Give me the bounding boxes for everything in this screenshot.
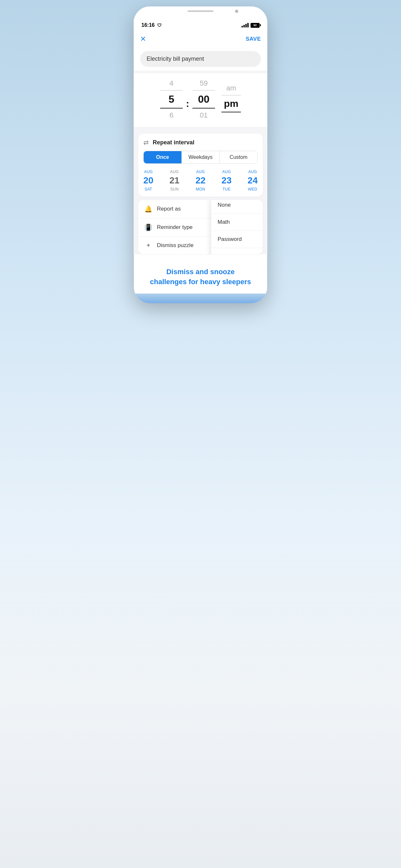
save-button[interactable]: SAVE xyxy=(246,36,261,42)
minute-above: 59 xyxy=(192,76,215,91)
ampm-spacer xyxy=(220,113,243,118)
dropdown-math[interactable]: Math xyxy=(211,214,263,231)
status-time: 16:16 🛡 xyxy=(142,22,161,28)
cal-num-24: 24 xyxy=(248,175,258,186)
cal-month-22: AUG xyxy=(196,169,205,174)
signal-bar-4 xyxy=(247,23,249,27)
ampm-current: pm xyxy=(221,96,241,113)
repeat-label: Repeat interval xyxy=(153,139,194,146)
cal-num-23: 23 xyxy=(221,175,232,186)
battery-level: 92 xyxy=(253,24,257,27)
hour-above: 4 xyxy=(160,76,183,91)
tab-custom[interactable]: Custom xyxy=(220,151,257,163)
minute-column[interactable]: 59 00 01 xyxy=(189,76,218,122)
signal-bar-2 xyxy=(243,25,245,27)
report-as-row[interactable]: 🔔 Report as None Math Password Anagram xyxy=(138,200,263,218)
minute-below: 01 xyxy=(192,108,215,122)
signal-bars xyxy=(242,23,249,27)
cal-num-22: 22 xyxy=(195,175,205,186)
puzzle-icon: ✦ xyxy=(144,242,152,249)
top-bar: ✕ SAVE xyxy=(134,32,267,47)
cal-weekday-21: SUN xyxy=(170,187,179,191)
divider-2 xyxy=(134,127,267,130)
cal-weekday-24: WED xyxy=(248,187,257,191)
close-button[interactable]: ✕ xyxy=(140,35,146,43)
cal-weekday-20: SAT xyxy=(145,187,152,191)
phone-wrapper: 16:16 🛡 92 ✕ SAVE xyxy=(134,6,267,303)
vibrate-icon: 📳 xyxy=(144,223,152,231)
cal-month-24: AUG xyxy=(248,169,257,174)
time-display: 16:16 xyxy=(142,22,155,28)
repeat-tabs: Once Weekdays Custom xyxy=(143,151,258,164)
title-input[interactable] xyxy=(140,51,261,67)
time-picker: 4 5 6 : 59 00 01 am pm xyxy=(134,73,267,127)
notch-pill xyxy=(188,10,213,12)
mountain-bottom xyxy=(134,293,267,303)
cal-day-20[interactable]: AUG 20 SAT xyxy=(143,169,153,191)
cal-weekday-23: TUE xyxy=(222,187,230,191)
cal-num-21: 21 xyxy=(169,175,180,186)
tab-weekdays[interactable]: Weekdays xyxy=(182,151,220,163)
divider-1 xyxy=(134,71,267,73)
content: 4 5 6 : 59 00 01 am pm xyxy=(134,47,267,254)
minute-current: 00 xyxy=(192,91,215,108)
cal-day-23[interactable]: AUG 23 TUE xyxy=(221,169,232,191)
time-separator: : xyxy=(186,98,189,113)
dropdown-menu: None Math Password Anagram xyxy=(211,200,263,254)
status-bar: 16:16 🛡 92 xyxy=(134,16,267,32)
bottom-headline: Dismiss and snoozechallenges for heavy s… xyxy=(140,267,261,287)
bell-icon: 🔔 xyxy=(144,205,152,213)
shield-icon: 🛡 xyxy=(157,23,161,28)
ampm-column[interactable]: am pm xyxy=(218,82,244,118)
cal-day-22[interactable]: AUG 22 MON xyxy=(195,169,205,191)
cal-num-20: 20 xyxy=(143,175,153,186)
settings-section: 🔔 Report as None Math Password Anagram 📳… xyxy=(138,200,263,254)
cal-day-21[interactable]: AUG 21 SUN xyxy=(169,169,180,191)
phone-frame: 16:16 🛡 92 ✕ SAVE xyxy=(134,6,267,303)
repeat-header: ⇄ Repeat interval xyxy=(143,138,258,146)
repeat-section: ⇄ Repeat interval Once Weekdays Custom A… xyxy=(138,133,263,197)
status-right: 92 xyxy=(242,23,259,28)
dropdown-password[interactable]: Password xyxy=(211,231,263,248)
signal-bar-1 xyxy=(242,26,243,27)
hour-column[interactable]: 4 5 6 xyxy=(157,76,186,122)
cal-month-21: AUG xyxy=(170,169,179,174)
cal-month-20: AUG xyxy=(144,169,153,174)
dropdown-none[interactable]: None xyxy=(211,200,263,214)
dropdown-anagram[interactable]: Anagram xyxy=(211,248,263,254)
hour-below: 6 xyxy=(160,108,183,122)
battery-icon: 92 xyxy=(251,23,259,28)
tab-once[interactable]: Once xyxy=(144,151,182,163)
hour-current: 5 xyxy=(160,91,183,108)
cal-day-24[interactable]: AUG 24 WED xyxy=(248,169,258,191)
calendar-row: AUG 20 SAT AUG 21 SUN AUG 22 MON xyxy=(143,169,258,191)
signal-bar-3 xyxy=(245,24,247,27)
title-section xyxy=(134,47,267,71)
cal-month-23: AUG xyxy=(222,169,231,174)
camera-dot xyxy=(235,10,238,13)
bottom-text-area: Dismiss and snoozechallenges for heavy s… xyxy=(134,257,267,293)
cal-weekday-22: MON xyxy=(196,187,205,191)
ampm-above: am xyxy=(221,82,241,96)
repeat-icon: ⇄ xyxy=(143,138,149,146)
